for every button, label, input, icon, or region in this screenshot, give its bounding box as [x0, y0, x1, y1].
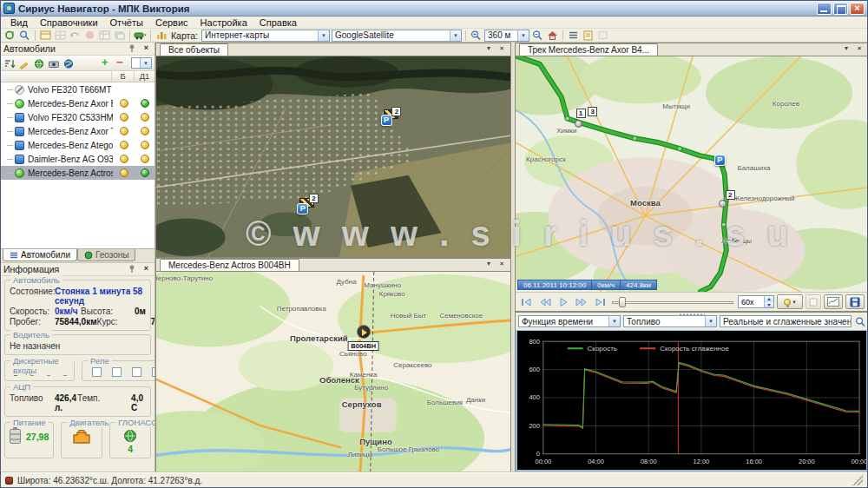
camera-button[interactable] [48, 57, 60, 69]
tab-close-icon[interactable] [496, 260, 507, 269]
power-group: Питание 27,98 [4, 422, 54, 458]
search-button[interactable] [18, 30, 31, 41]
minimize-button[interactable] [817, 3, 832, 15]
grid-button[interactable] [54, 30, 67, 41]
map-type-select[interactable]: Интернет-карты [201, 30, 330, 42]
tab-all-objects[interactable]: Все объекты [160, 43, 228, 56]
zoom-out-button[interactable] [531, 30, 544, 41]
map-provider-select[interactable]: GoogleSatellite [332, 30, 462, 42]
menu-item-справка[interactable]: Справка [253, 17, 303, 28]
vehicle-status-icon [15, 168, 24, 178]
empty-button[interactable] [596, 30, 609, 41]
speed-chart[interactable]: 00:0004:0008:0012:0016:0020:0000:0002004… [516, 330, 868, 472]
parking-marker[interactable]: P [381, 115, 392, 126]
rewind-button[interactable] [537, 295, 553, 309]
relay-checkbox[interactable] [112, 367, 122, 377]
tab-menu-icon[interactable] [841, 44, 852, 54]
tab-close-icon[interactable] [496, 44, 507, 54]
remove-vehicle-button[interactable]: − [116, 57, 128, 69]
vehicle-row[interactable]: Mercedes-Benz Atego б/н [1, 138, 155, 152]
skip-start-button[interactable] [519, 295, 535, 309]
menu-item-справочники[interactable]: Справочники [34, 17, 104, 28]
world-button[interactable] [62, 57, 75, 69]
menu-item-сервис[interactable]: Сервис [149, 17, 194, 28]
map-place-label: Новый Быт [391, 312, 427, 320]
vehicle-row[interactable]: Mercedes-Benz Axor B428HB [1, 96, 155, 110]
list-view-button[interactable] [567, 30, 580, 41]
stop-button[interactable] [83, 30, 96, 41]
disabled-button[interactable] [806, 294, 821, 309]
play-button[interactable] [556, 295, 571, 309]
sidebar-tab-geozones[interactable]: Геозоны [77, 249, 136, 261]
numbered-marker[interactable]: 2 [391, 107, 401, 116]
tab-menu-icon[interactable] [483, 44, 494, 54]
sort-button[interactable] [3, 57, 16, 69]
numbered-marker[interactable]: 2 [309, 194, 319, 203]
calendar-button[interactable] [39, 30, 52, 41]
relay-checkbox[interactable] [92, 367, 102, 377]
menu-item-настройка[interactable]: Настройка [194, 17, 253, 28]
parking-marker[interactable]: P [297, 203, 308, 214]
pin-icon[interactable] [127, 264, 138, 274]
track-style-button[interactable] [777, 294, 803, 309]
map-place-label: Бутурлино [354, 383, 388, 391]
parking-marker[interactable]: P [714, 155, 726, 166]
sidebar-tab-vehicles[interactable]: Автомобили [3, 249, 77, 261]
vehicle-row[interactable]: Volvo FE320 T666MT [1, 82, 155, 96]
numbered-marker[interactable]: 2 [726, 190, 735, 200]
playback-slider[interactable] [610, 296, 735, 308]
maximize-button[interactable] [833, 3, 848, 15]
chart-parameter-select[interactable]: Топливо [623, 315, 717, 327]
road-map[interactable]: Нерново-ТарутиноДубнаМанушкиноКряковоНов… [156, 272, 510, 472]
menu-item-отчёты[interactable]: Отчёты [104, 17, 149, 28]
relay-checkbox[interactable] [152, 367, 155, 377]
vehicle-row[interactable]: Mercedes-Benz Axor T166MT [1, 124, 155, 138]
pin-icon[interactable] [127, 43, 138, 54]
refresh-button[interactable] [3, 30, 16, 41]
home-button[interactable] [546, 30, 559, 41]
save-button[interactable] [845, 294, 865, 309]
objects-map-panel: Все объекты [155, 43, 511, 258]
tab-track[interactable]: Трек Mercedes-Benz Axor B4... [519, 43, 658, 56]
resize-grip[interactable] [852, 475, 863, 485]
vehicle-row[interactable]: Mercedes-Benz Actros B004BH [1, 166, 155, 180]
numbered-marker[interactable]: 1 [576, 109, 586, 118]
numbered-marker[interactable]: 3 [588, 107, 597, 116]
track-map[interactable]: ХимкиМытищиКоролевКрасногорскБалашихаЖел… [516, 56, 868, 292]
layers-button[interactable] [113, 30, 126, 41]
zoom-in-button[interactable] [470, 30, 483, 41]
led-icon [141, 99, 149, 108]
relay-checkbox[interactable] [132, 367, 141, 377]
chart-mode-select[interactable]: Реальные и сглаженные значени [720, 315, 852, 327]
map-scale-select[interactable]: 360 м [484, 30, 529, 42]
fast-forward-button[interactable] [574, 295, 589, 309]
chart-zoom-in-button[interactable] [854, 316, 867, 327]
satellite-map[interactable]: 2P2P [156, 56, 510, 257]
spin-down-icon[interactable] [764, 302, 773, 308]
tab-vehicle-map[interactable]: Mercedes-Benz Actros B004BH [160, 259, 299, 271]
vehicle-dropdown-button[interactable] [134, 30, 147, 41]
tab-close-icon[interactable] [854, 44, 865, 54]
table-button[interactable] [98, 30, 111, 41]
map-place-label: Москва [630, 197, 661, 207]
chart-function-select[interactable]: Функция времени [518, 315, 621, 327]
show-chart-button[interactable] [824, 294, 843, 309]
close-icon[interactable] [141, 43, 152, 54]
globe-button[interactable] [33, 57, 45, 69]
tab-menu-icon[interactable] [483, 260, 494, 269]
vehicle-marker[interactable] [357, 325, 371, 339]
skip-end-button[interactable] [592, 295, 608, 309]
vehicle-row[interactable]: Daimler-Benz AG O932MX [1, 152, 155, 166]
chart-button[interactable] [155, 30, 168, 41]
edit-button[interactable] [18, 57, 30, 69]
add-vehicle-button[interactable]: + [102, 57, 114, 69]
undo-button[interactable] [69, 30, 82, 41]
vehicle-row[interactable]: Volvo FE320 C533HM [1, 110, 155, 124]
speed-factor-spinner[interactable]: 60x [738, 295, 774, 308]
view-dropdown-button[interactable] [131, 57, 152, 69]
report-button[interactable] [582, 30, 595, 41]
menu-item-вид[interactable]: Вид [4, 17, 34, 28]
slider-thumb[interactable] [619, 297, 626, 307]
close-button[interactable] [850, 3, 865, 15]
close-icon[interactable] [141, 264, 152, 274]
